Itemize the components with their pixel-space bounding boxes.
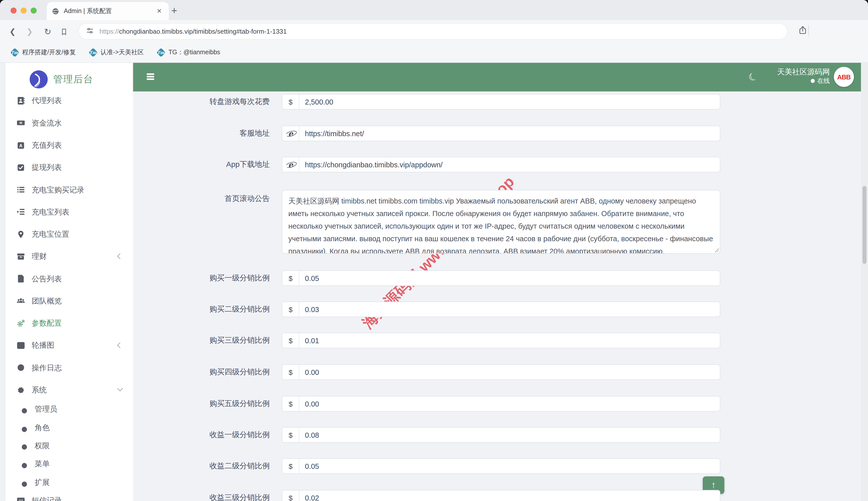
sidebar-item-公告列表[interactable]: 公告列表 — [6, 271, 133, 286]
sidebar-item-label: 公告列表 — [32, 274, 62, 284]
sidebar-item-参数配置[interactable]: 参数配置 — [6, 316, 133, 331]
settings-form: 海外源码网 www.88shops.top ↑ 转盘游戏每次花费$客服地址eAp… — [133, 92, 861, 501]
sidebar-item-label: 团队概览 — [32, 296, 62, 306]
map-pin-icon — [15, 229, 26, 239]
field-label: 收益三级分销比例 — [133, 493, 270, 501]
online-status: 在线 — [777, 77, 830, 85]
field-input-转盘游戏每次花费[interactable] — [300, 95, 720, 109]
sidebar-item-充电宝列表[interactable]: 充电宝列表 — [6, 204, 133, 219]
dot-circle-icon — [21, 442, 28, 452]
browser-menu-icon[interactable] — [849, 25, 859, 32]
image-icon — [15, 340, 26, 350]
field-input-收益三级分销比例[interactable] — [300, 490, 720, 501]
sidebar-item-理财[interactable]: 理财 — [6, 249, 133, 264]
chevron-down-icon — [117, 386, 123, 392]
sidebar-item-label: 角色 — [35, 423, 50, 433]
sidebar-item-管理员[interactable]: 管理员 — [6, 402, 133, 417]
field-input-App下载地址[interactable] — [300, 157, 720, 172]
dollar-prefix: $ — [282, 428, 300, 442]
sidebar-item-充电宝购买记录[interactable]: 充电宝购买记录 — [6, 182, 133, 197]
browser-tab[interactable]: Admin | 系统配置 ✕ — [47, 2, 169, 20]
sidebar-item-菜单[interactable]: 菜单 — [6, 456, 133, 471]
sidebar-item-操作日志[interactable]: 操作日志 — [6, 360, 133, 375]
dot-circle-icon — [21, 460, 28, 470]
link-ie-icon: e — [282, 126, 300, 141]
field-textarea-首页滚动公告[interactable] — [282, 190, 720, 253]
forward-icon[interactable]: ❯ — [23, 25, 36, 38]
sidebar-item-角色[interactable]: 角色 — [6, 420, 133, 435]
reload-icon[interactable]: ↻ — [41, 25, 54, 38]
tm-favicon: Tm — [156, 48, 166, 57]
back-icon[interactable]: ❮ — [6, 25, 19, 38]
sidebar-item-权限[interactable]: 权限 — [6, 438, 133, 453]
field-input-购买五级分销比例[interactable] — [300, 396, 720, 411]
sidebar-item-团队概览[interactable]: 团队概览 — [6, 293, 133, 308]
field-input-购买四级分销比例[interactable] — [300, 365, 720, 380]
indent-list-icon — [15, 207, 26, 217]
sidebar-item-短信记录[interactable]: 短信记录 — [6, 493, 133, 501]
tab-title: Admin | 系统配置 — [64, 7, 155, 15]
dollar-prefix: $ — [282, 95, 300, 109]
field-label: 购买二级分销比例 — [133, 305, 270, 314]
scrollbar-thumb[interactable] — [862, 186, 867, 264]
dot-circle-icon — [21, 406, 28, 416]
dollar-prefix: $ — [282, 365, 300, 380]
url-text: https://chongdianbao.timibbs.vip/timibbs… — [99, 28, 287, 35]
input-group: e — [282, 126, 720, 141]
field-input-购买三级分销比例[interactable] — [300, 333, 720, 348]
sidebar-item-label: 充值列表 — [32, 141, 62, 150]
bookmark-icon[interactable] — [57, 25, 70, 38]
new-tab-button[interactable]: + — [171, 4, 177, 17]
admin-app: 管理后台 代理列表1资金流水A充值列表提现列表充电宝购买记录充电宝列表充电宝位置… — [0, 63, 868, 501]
sidebar-item-资金流水[interactable]: 1资金流水 — [6, 115, 133, 130]
bookmark-item[interactable]: Tm认准->天美社区 — [90, 48, 144, 57]
sidebar-item-轮播图[interactable]: 轮播图 — [6, 338, 133, 353]
field-label: 转盘游戏每次花费 — [133, 97, 270, 107]
dollar-prefix: $ — [282, 459, 300, 473]
field-label: 购买四级分销比例 — [133, 367, 270, 377]
page-scrollbar[interactable] — [861, 63, 868, 501]
bookmark-item[interactable]: TmTG：@tianmeibbs — [158, 48, 220, 57]
sidebar-item-充值列表[interactable]: A充值列表 — [6, 138, 133, 153]
field-input-购买一级分销比例[interactable] — [300, 271, 720, 285]
announcement-textarea-wrap — [282, 190, 720, 254]
bookmark-item[interactable]: Tm程序搭建/开发/修复 — [12, 48, 76, 57]
sidebar-item-label: 充电宝位置 — [32, 230, 69, 239]
app-header: ☾ 天美社区源码网 在线 ABB — [133, 63, 861, 92]
site-favicon-globe-icon — [52, 7, 59, 15]
sidebar-item-系统[interactable]: 系统 — [6, 382, 133, 397]
field-input-客服地址[interactable] — [300, 126, 720, 141]
input-group: $ — [282, 490, 720, 501]
sidebar-item-label: 充电宝列表 — [32, 207, 69, 217]
avatar[interactable]: ABB — [834, 67, 854, 87]
archive-icon — [15, 251, 26, 261]
sidebar-item-代理列表[interactable]: 代理列表 — [6, 93, 133, 108]
field-label: 收益一级分销比例 — [133, 430, 270, 440]
sidebar-toggle-icon[interactable] — [147, 73, 154, 80]
field-input-购买二级分销比例[interactable] — [300, 302, 720, 317]
sidebar-item-扩展[interactable]: 扩展 — [6, 475, 133, 490]
url-bar[interactable]: https://chongdianbao.timibbs.vip/timibbs… — [79, 24, 787, 39]
site-settings-sliders-icon[interactable] — [86, 26, 94, 36]
close-window-button[interactable] — [11, 8, 17, 13]
sidebar-item-label: 扩展 — [35, 478, 50, 488]
sidebar-item-label: 参数配置 — [32, 319, 62, 328]
field-input-收益二级分销比例[interactable] — [300, 459, 720, 473]
user-info[interactable]: 天美社区源码网 在线 — [777, 67, 830, 85]
sidebar-item-label: 提现列表 — [32, 163, 62, 172]
tm-favicon: Tm — [10, 48, 20, 57]
brand[interactable]: 管理后台 — [6, 63, 133, 96]
input-group: $ — [282, 458, 720, 474]
field-input-收益一级分销比例[interactable] — [300, 428, 720, 442]
minimize-window-button[interactable] — [21, 8, 26, 13]
dollar-prefix: $ — [282, 271, 300, 285]
tab-close-icon[interactable]: ✕ — [155, 7, 164, 15]
tab-strip: Admin | 系统配置 ✕ + — [0, 0, 868, 20]
dark-mode-moon-icon[interactable]: ☾ — [746, 70, 760, 84]
dollar-prefix: $ — [282, 333, 300, 348]
input-group: $ — [282, 364, 720, 380]
sidebar-item-充电宝位置[interactable]: 充电宝位置 — [6, 227, 133, 242]
maximize-window-button[interactable] — [31, 8, 37, 13]
sidebar-item-提现列表[interactable]: 提现列表 — [6, 160, 133, 175]
tm-favicon: Tm — [89, 48, 98, 57]
